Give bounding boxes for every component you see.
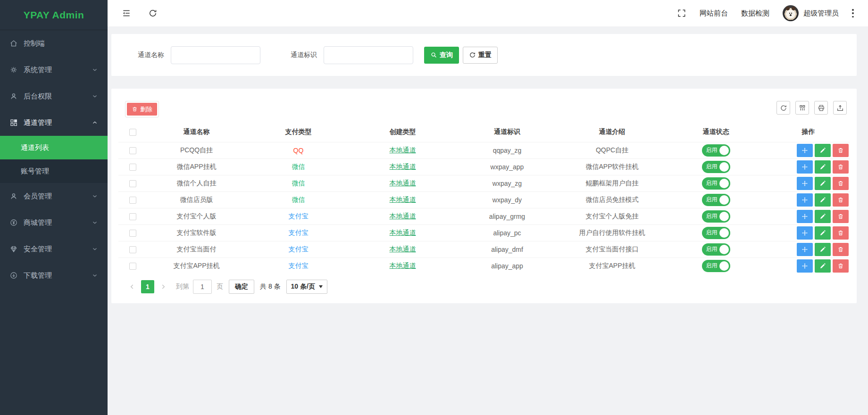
col-header-pay-type: 支付类型 [246, 122, 351, 142]
edit-button[interactable] [815, 144, 831, 157]
channel-intro-cell: QQPC自挂 [559, 142, 665, 158]
chevron-down-icon [92, 246, 98, 252]
channel-code-input[interactable] [324, 46, 413, 64]
download-circle-icon [9, 271, 18, 280]
kebab-menu-icon[interactable] [852, 9, 854, 17]
edit-button[interactable] [815, 210, 831, 223]
row-delete-button[interactable] [833, 177, 849, 190]
select-all-checkbox[interactable] [129, 129, 136, 136]
channel-code-cell: qqpay_zg [455, 142, 559, 158]
edit-button[interactable] [815, 160, 831, 174]
status-toggle[interactable]: 启用 [702, 260, 730, 272]
row-checkbox[interactable] [129, 246, 136, 253]
data-monitor-link[interactable]: 数据检测 [741, 9, 769, 18]
user-menu[interactable]: 超级管理员 [783, 5, 839, 21]
move-icon [801, 263, 808, 269]
move-button[interactable] [797, 193, 813, 207]
status-toggle[interactable]: 启用 [702, 177, 730, 190]
trash-icon [837, 197, 844, 203]
edit-button[interactable] [815, 226, 831, 240]
row-delete-button[interactable] [833, 243, 849, 256]
sidebar-item-label: 会员管理 [24, 192, 52, 201]
search-button[interactable]: 查询 [424, 47, 459, 64]
row-delete-button[interactable] [833, 210, 849, 223]
row-delete-button[interactable] [833, 193, 849, 207]
row-delete-button[interactable] [833, 144, 849, 157]
goto-confirm-button[interactable]: 确定 [229, 280, 254, 294]
collapse-menu-icon[interactable] [122, 8, 131, 18]
column-filter-button[interactable] [795, 101, 809, 115]
delete-button[interactable]: 删除 [127, 103, 157, 116]
edit-button[interactable] [815, 243, 831, 256]
status-toggle[interactable]: 启用 [702, 243, 730, 256]
row-checkbox[interactable] [129, 180, 136, 187]
sidebar-item-label: 控制端 [24, 39, 45, 48]
trash-icon [837, 263, 844, 269]
status-toggle[interactable]: 启用 [702, 194, 730, 206]
gear-icon [9, 66, 18, 74]
move-icon [801, 230, 808, 236]
reset-button[interactable]: 重置 [463, 47, 498, 64]
row-delete-button[interactable] [833, 259, 849, 273]
row-checkbox[interactable] [129, 197, 136, 204]
sidebar-item-channels[interactable]: 通道管理 [0, 109, 108, 136]
sidebar-item-system[interactable]: 系统管理 [0, 57, 108, 83]
row-checkbox[interactable] [129, 164, 136, 171]
sidebar-item-members[interactable]: 会员管理 [0, 183, 108, 209]
row-checkbox[interactable] [129, 263, 136, 270]
table-row: 支付宝APP挂机 支付宝 本地通道 alipay_app 支付宝APP挂机 启用 [118, 257, 850, 274]
move-icon [801, 197, 808, 203]
sidebar-item-dashboard[interactable]: 控制端 [0, 30, 108, 57]
sidebar-item-mall[interactable]: 商城管理 [0, 209, 108, 236]
export-button[interactable] [833, 101, 847, 115]
page-number-button[interactable]: 1 [141, 280, 154, 293]
table-refresh-button[interactable] [776, 101, 790, 115]
next-page-button[interactable] [157, 280, 169, 293]
reset-refresh-icon [469, 51, 476, 58]
sidebar-subitem-channel-list[interactable]: 通道列表 [0, 136, 108, 159]
row-checkbox[interactable] [129, 213, 136, 220]
site-front-link[interactable]: 网站前台 [700, 9, 728, 18]
row-checkbox[interactable] [129, 230, 136, 237]
channel-code-cell: wxpay_app [455, 158, 559, 175]
print-button[interactable] [814, 101, 828, 115]
row-delete-button[interactable] [833, 226, 849, 240]
pencil-icon [819, 147, 826, 154]
sidebar-subitem-account-management[interactable]: 账号管理 [0, 159, 108, 183]
row-delete-button[interactable] [833, 160, 849, 174]
status-toggle[interactable]: 启用 [702, 227, 730, 239]
status-toggle-label: 启用 [706, 179, 718, 187]
toggle-knob [719, 228, 729, 238]
toggle-knob [719, 245, 729, 254]
refresh-icon[interactable] [148, 8, 158, 18]
sidebar-item-permissions[interactable]: 后台权限 [0, 83, 108, 109]
channel-name-input[interactable] [171, 46, 260, 64]
sidebar: YPAY Admin 控制端 系统管理 后台权限 通道管理 通道列表 [0, 0, 108, 415]
move-button[interactable] [797, 259, 813, 273]
chevron-left-icon [129, 283, 135, 290]
sidebar-item-security[interactable]: 安全管理 [0, 236, 108, 262]
prev-page-button[interactable] [126, 280, 138, 293]
status-toggle[interactable]: 启用 [702, 210, 730, 223]
create-type-cell: 本地通道 [351, 158, 455, 175]
status-toggle[interactable]: 启用 [702, 161, 730, 173]
channel-name-cell: 支付宝APP挂机 [147, 257, 246, 274]
row-checkbox[interactable] [129, 147, 136, 154]
edit-button[interactable] [815, 177, 831, 190]
page-size-select[interactable]: 10 条/页 [286, 280, 327, 294]
username: 超级管理员 [803, 9, 839, 18]
user-icon [9, 192, 18, 200]
status-toggle[interactable]: 启用 [702, 144, 730, 157]
move-button[interactable] [797, 177, 813, 190]
move-button[interactable] [797, 226, 813, 240]
edit-button[interactable] [815, 193, 831, 207]
sidebar-item-downloads[interactable]: 下载管理 [0, 262, 108, 289]
move-button[interactable] [797, 160, 813, 174]
edit-button[interactable] [815, 259, 831, 273]
goto-page-input[interactable] [193, 280, 212, 294]
fullscreen-icon[interactable] [677, 8, 686, 18]
move-button[interactable] [797, 210, 813, 223]
move-button[interactable] [797, 144, 813, 157]
move-button[interactable] [797, 243, 813, 256]
table-body: PCQQ自挂 QQ 本地通道 qqpay_zg QQPC自挂 启用 微信APP挂… [118, 142, 850, 274]
